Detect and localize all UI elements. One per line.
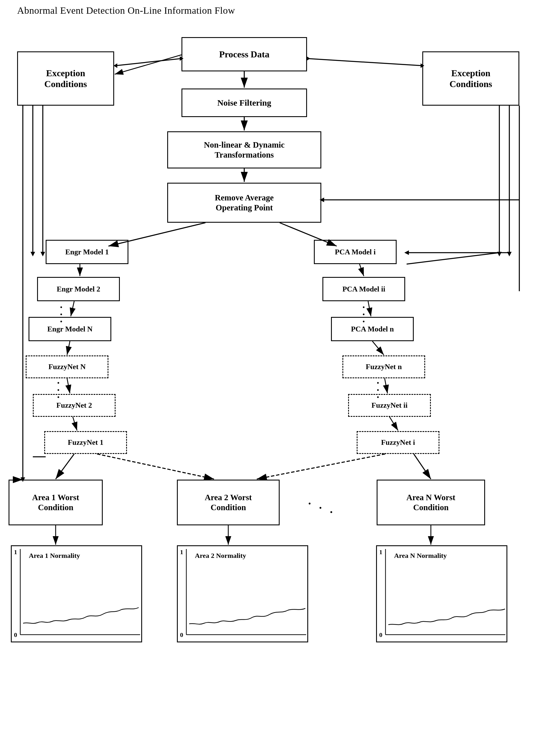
svg-line-27 [67,341,70,355]
fuzzynet-1-left-box: FuzzyNet 1 [44,431,127,454]
nonlinear-box: Non-linear & Dynamic Transformations [167,131,321,168]
svg-marker-50 [497,252,502,256]
area2-worst-box: Area 2 Worst Condition [177,480,279,525]
dots-pca3: · [362,315,365,327]
svg-marker-48 [507,252,512,256]
svg-line-29 [67,378,70,393]
area2-normality-chart: 1 Area 2 Normality 0 [177,545,308,642]
area1-worst-box: Area 1 Worst Condition [9,480,103,525]
engr-model-n-box: Engr Model N [29,317,111,341]
exception-left-box: Exception Conditions [17,51,114,106]
dots-area2: · [319,501,322,514]
dots-fuzzy-right3: · [377,391,379,403]
svg-line-32 [389,417,398,431]
svg-line-53 [407,253,499,264]
areaN-normality-chart: 1 Area N Normality 0 [376,545,507,642]
pca-model-ii-box: PCA Model ii [322,277,405,301]
svg-line-25 [359,264,364,276]
svg-line-10 [115,55,182,74]
fuzzynet-ii-right-box: FuzzyNet ii [348,394,431,417]
dots-engr3: · [60,315,63,327]
process-data-box: Process Data [182,37,307,71]
svg-marker-41 [31,252,35,256]
area1-normality-chart: 1 Area 1 Normality 0 [11,545,142,642]
svg-line-12 [116,59,182,66]
svg-line-31 [385,378,387,393]
svg-line-26 [368,301,371,316]
svg-line-15 [307,59,422,66]
dots-area1: · [308,497,311,510]
noise-filtering-box: Noise Filtering [182,89,307,117]
pca-model-n-box: PCA Model n [331,317,414,341]
dots-area3: · [330,505,333,519]
svg-marker-43 [41,252,45,256]
fuzzynet-i-right-box: FuzzyNet i [357,431,439,454]
engr-model-1-box: Engr Model 1 [46,240,128,264]
page-title: Abnormal Event Detection On-Line Informa… [17,5,235,16]
dots-fuzzy-left3: · [57,391,60,403]
svg-line-24 [71,301,74,316]
fuzzynet-n-right-box: FuzzyNet n [342,355,425,378]
svg-line-35 [257,454,385,479]
remove-avg-box: Remove Average Operating Point [167,183,321,223]
svg-line-30 [73,417,77,431]
pca-model-i-box: PCA Model i [314,240,397,264]
engr-model-2-box: Engr Model 2 [37,277,120,301]
svg-marker-52 [404,250,409,255]
svg-line-33 [56,454,74,479]
fuzzynet-2-left-box: FuzzyNet 2 [33,394,116,417]
svg-line-28 [372,341,384,355]
exception-right-box: Exception Conditions [422,51,519,106]
svg-line-36 [414,454,431,479]
fuzzynet-N-left-box: FuzzyNet N [26,355,108,378]
areaN-worst-box: Area N Worst Condition [377,480,485,525]
svg-line-34 [97,454,214,479]
